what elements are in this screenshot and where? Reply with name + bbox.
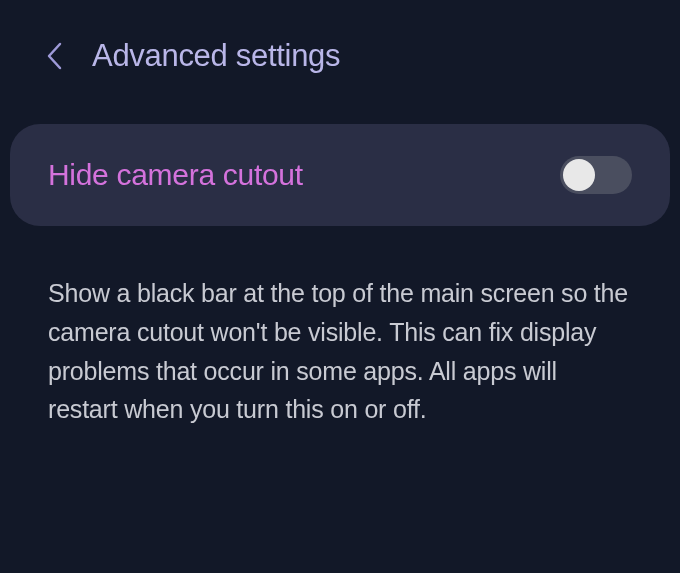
back-icon[interactable]	[40, 42, 68, 70]
setting-description: Show a black bar at the top of the main …	[0, 226, 680, 429]
setting-label: Hide camera cutout	[48, 158, 303, 192]
setting-row-hide-camera-cutout[interactable]: Hide camera cutout	[10, 124, 670, 226]
toggle-hide-camera-cutout[interactable]	[560, 156, 632, 194]
page-title: Advanced settings	[92, 38, 340, 74]
toggle-knob	[563, 159, 595, 191]
header: Advanced settings	[0, 0, 680, 104]
